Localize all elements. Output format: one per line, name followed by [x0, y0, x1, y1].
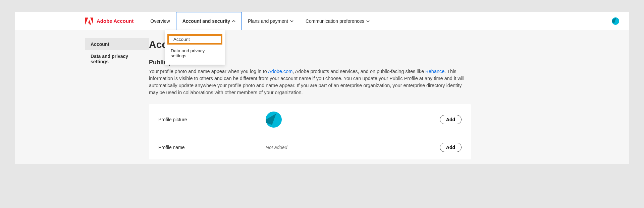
dropdown-item-account[interactable]: Account	[167, 34, 222, 45]
adobe-logo-icon	[85, 17, 93, 25]
page-body: Account Data and privacy settings Acc Pu…	[15, 30, 629, 164]
svg-marker-1	[90, 17, 93, 24]
nav-account-security[interactable]: Account and security	[176, 12, 242, 30]
nav-plans-payment[interactable]: Plans and payment	[242, 12, 300, 30]
sidebar-item-privacy[interactable]: Data and privacy settings	[85, 50, 149, 68]
row-action: Add	[440, 115, 462, 124]
profile-picture-icon	[266, 112, 282, 128]
chevron-down-icon	[290, 19, 293, 23]
desc-text: , Adobe products and services, and on pu…	[292, 69, 425, 74]
user-avatar[interactable]	[612, 17, 619, 25]
app-window: Adobe Account Overview Account and secur…	[15, 12, 629, 164]
chevron-down-icon	[366, 19, 370, 23]
sidebar-item-label: Data and privacy settings	[91, 54, 128, 64]
nav-label: Overview	[150, 18, 170, 24]
dropdown-label: Account	[173, 37, 190, 42]
add-profile-name-button[interactable]: Add	[440, 143, 462, 152]
link-behance[interactable]: Behance	[425, 69, 444, 74]
row-action: Add	[440, 143, 462, 152]
profile-card: Profile picture Add Profile name Not add…	[149, 104, 471, 159]
row-label: Profile picture	[158, 117, 266, 122]
brand-title: Adobe Account	[97, 18, 133, 24]
row-value	[266, 112, 440, 128]
sidebar-item-account[interactable]: Account	[85, 38, 149, 50]
dropdown-label: Data and privacy settings	[171, 48, 205, 58]
nav-items: Overview Account and security Plans and …	[144, 12, 376, 30]
add-profile-picture-button[interactable]: Add	[440, 115, 462, 124]
link-adobe-com[interactable]: Adobe.com	[268, 69, 292, 74]
account-security-dropdown: Account Data and privacy settings	[165, 30, 225, 65]
nav-communication-prefs[interactable]: Communication preferences	[300, 12, 376, 30]
row-profile-picture: Profile picture Add	[149, 104, 471, 135]
nav-label: Account and security	[182, 18, 230, 24]
nav-label: Communication preferences	[306, 18, 364, 24]
row-value: Not added	[266, 145, 440, 150]
sidebar-item-label: Account	[91, 42, 109, 47]
svg-marker-0	[85, 17, 88, 24]
nav-overview[interactable]: Overview	[144, 12, 176, 30]
chevron-up-icon	[232, 19, 235, 23]
dropdown-item-privacy[interactable]: Data and privacy settings	[165, 46, 225, 61]
section-description: Your profile photo and name appear when …	[149, 68, 471, 96]
sidebar: Account Data and privacy settings	[85, 38, 149, 164]
canvas: Adobe Account Overview Account and secur…	[0, 0, 644, 208]
top-nav: Adobe Account Overview Account and secur…	[15, 12, 629, 30]
row-profile-name: Profile name Not added Add	[149, 135, 471, 159]
row-label: Profile name	[158, 145, 266, 150]
nav-label: Plans and payment	[248, 18, 288, 24]
svg-marker-2	[88, 20, 91, 24]
brand[interactable]: Adobe Account	[85, 17, 133, 25]
desc-text: Your profile photo and name appear when …	[149, 69, 268, 74]
